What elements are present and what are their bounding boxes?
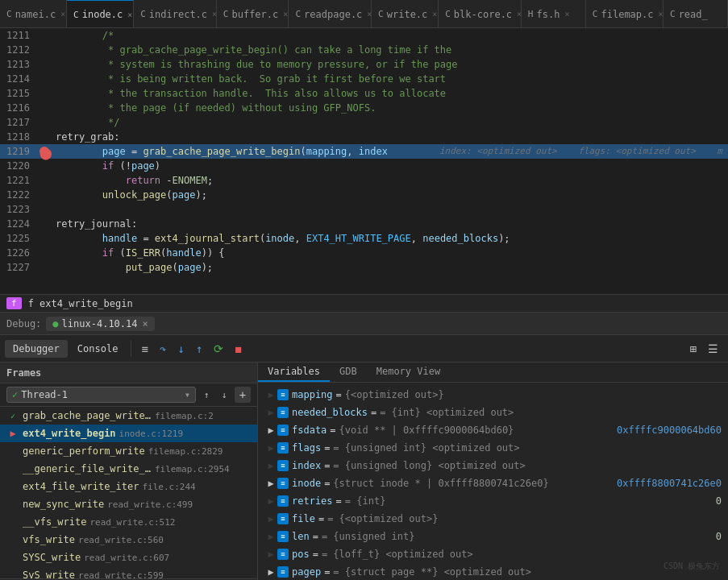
tab-indirect[interactable]: C indirect.c × <box>134 0 217 28</box>
frame-down-btn[interactable]: ↓ <box>217 387 231 402</box>
var-needed-blocks-expand[interactable]: ▶ <box>264 405 277 420</box>
frame-icon-2 <box>6 445 19 458</box>
var-pos-val: = {loff_t} <optimized out> <box>322 547 722 561</box>
tab-buffer-close[interactable]: × <box>283 10 288 19</box>
line-num-1223: 1223 <box>0 202 36 217</box>
toolbar-stop-btn[interactable]: ◼ <box>230 339 246 358</box>
tab-filemap-close[interactable]: × <box>659 10 664 19</box>
var-flags-eq: = <box>324 441 330 455</box>
toolbar-restart-btn[interactable]: ⟳ <box>209 339 228 358</box>
frame-item-9[interactable]: SyS_write read_write.c:599 <box>0 566 257 578</box>
tab-write[interactable]: C write.c × <box>372 0 439 28</box>
tab-namei-close[interactable]: × <box>60 10 65 19</box>
line-num-1214: 1214 <box>0 72 36 86</box>
var-flags-expand[interactable]: ▶ <box>264 441 277 455</box>
tab-namei[interactable]: C namei.c × <box>0 0 67 28</box>
line-content-1221: return -ENOMEM; <box>52 173 728 188</box>
tab-blk-core[interactable]: C blk-core.c × <box>439 0 522 28</box>
line-bp-1219: ⬤ <box>36 144 52 159</box>
tab-readpage[interactable]: C readpage.c × <box>289 0 372 28</box>
frame-item-0[interactable]: ✓ grab_cache_page_write_begin filemap.c:… <box>0 407 257 425</box>
var-needed-blocks-icon: ≡ <box>277 407 289 418</box>
tab-read[interactable]: C read_ <box>664 0 728 28</box>
frame-name-6: __vfs_write <box>23 516 86 528</box>
tab-fs[interactable]: H fs.h × <box>522 0 586 28</box>
frame-icon-7 <box>6 533 19 546</box>
frame-item-6[interactable]: __vfs_write read_write.c:512 <box>0 513 257 531</box>
code-line-1220: 1220 if (!page) <box>0 159 728 173</box>
line-num-1212: 1212 <box>0 43 36 57</box>
toolbar-step-over-btn[interactable]: ↷ <box>155 339 171 358</box>
var-len-expand[interactable]: ▶ <box>264 529 277 544</box>
tab-inode[interactable]: C inode.c × <box>67 0 134 28</box>
debug-session: ● linux-4.10.14 × <box>46 317 154 331</box>
vtab-gdb[interactable]: GDB <box>330 362 367 382</box>
filemap-tab-icon: C <box>593 9 598 19</box>
tab-readpage-close[interactable]: × <box>367 10 372 19</box>
toolbar-step-into-btn[interactable]: ↓ <box>173 339 189 358</box>
frames-header: Frames <box>0 362 257 383</box>
code-line-1227: 1227 put_page(page); <box>0 260 728 275</box>
tab-indirect-close[interactable]: × <box>212 10 217 19</box>
var-mapping-expand[interactable]: ▶ <box>264 387 277 402</box>
tab-inode-close[interactable]: × <box>127 10 132 19</box>
code-line-1221: 1221 return -ENOMEM; <box>0 173 728 188</box>
toolbar-list-btn[interactable]: ☰ <box>703 339 723 358</box>
var-pos-icon: ≡ <box>277 549 289 560</box>
line-bp-1222 <box>36 188 52 202</box>
frame-item-7[interactable]: vfs_write read_write.c:560 <box>0 531 257 549</box>
frame-name-1: ext4_write_begin <box>23 428 116 439</box>
var-retries-expand[interactable]: ▶ <box>264 494 277 508</box>
frame-item-4[interactable]: ext4_file_write_iter file.c:244 <box>0 478 257 495</box>
var-index-name: index <box>292 458 321 473</box>
var-mapping-name: mapping <box>292 387 333 402</box>
frame-item-8[interactable]: SYSC_write read_write.c:607 <box>0 549 257 566</box>
var-inode-expand[interactable]: ▶ <box>264 476 277 491</box>
tab-fs-close[interactable]: × <box>564 10 569 19</box>
var-pagep-icon: ≡ <box>277 566 289 578</box>
line-bp-1211 <box>36 28 52 43</box>
thread-select[interactable]: ✓ Thread-1 ▾ <box>6 387 196 403</box>
var-fsdata-expand[interactable]: ▶ <box>264 423 277 437</box>
frame-item-5[interactable]: new_sync_write read_write.c:499 <box>0 495 257 513</box>
frame-item-3[interactable]: __generic_file_write_iter filemap.c:2954 <box>0 460 257 478</box>
toolbar-sep-1 <box>131 341 131 357</box>
frames-panel: Frames ✓ Thread-1 ▾ ↑ ↓ + ✓ <box>0 362 258 580</box>
tab-filemap[interactable]: C filemap.c × <box>586 0 664 28</box>
line-num-1215: 1215 <box>0 86 36 101</box>
tab-namei-label: namei.c <box>15 9 56 20</box>
frame-icon-5 <box>6 498 19 511</box>
tab-write-close[interactable]: × <box>432 10 437 19</box>
var-index-expand[interactable]: ▶ <box>264 458 277 473</box>
toolbar-layout-btn[interactable]: ≡ <box>136 339 152 358</box>
frame-icon-0: ✓ <box>6 409 19 422</box>
status-bar: f f ext4_write_begin <box>0 294 728 312</box>
var-file-expand[interactable]: ▶ <box>264 512 277 526</box>
toolbar-grid-btn[interactable]: ⊞ <box>685 339 701 358</box>
vtab-memory[interactable]: Memory View <box>367 362 450 382</box>
var-pos-eq: = <box>313 547 318 561</box>
tab-debugger[interactable]: Debugger <box>5 340 68 358</box>
var-pos-expand[interactable]: ▶ <box>264 547 277 561</box>
line-bp-1213 <box>36 57 52 72</box>
line-bp-1224 <box>36 217 52 231</box>
frame-item-2[interactable]: generic_perform_write filemap.c:2829 <box>0 442 257 460</box>
line-content-1223 <box>52 202 728 217</box>
add-frame-btn[interactable]: + <box>235 387 251 403</box>
tab-console[interactable]: Console <box>69 340 127 358</box>
frame-up-btn[interactable]: ↑ <box>199 387 214 402</box>
line-bp-1214 <box>36 72 52 86</box>
session-close[interactable]: × <box>143 318 148 329</box>
var-pagep-expand[interactable]: ▶ <box>264 565 277 579</box>
frame-item-1[interactable]: ▶ ext4_write_begin inode.c:1219 <box>0 425 257 442</box>
line-content-1227: put_page(page); <box>52 260 728 275</box>
tab-blk-core-close[interactable]: × <box>517 10 522 19</box>
var-pagep: ▶ ≡ pagep = = {struct page **} <optimize… <box>258 563 728 580</box>
line-bp-1221 <box>36 173 52 188</box>
toolbar-step-out-btn[interactable]: ↑ <box>191 339 207 358</box>
var-retries-val: = {int} <box>345 494 716 508</box>
line-num-1225: 1225 <box>0 231 36 246</box>
line-content-1222: unlock_page(page); <box>52 188 728 202</box>
vtab-variables[interactable]: Variables <box>258 362 330 382</box>
tab-buffer[interactable]: C buffer.c × <box>217 0 289 28</box>
